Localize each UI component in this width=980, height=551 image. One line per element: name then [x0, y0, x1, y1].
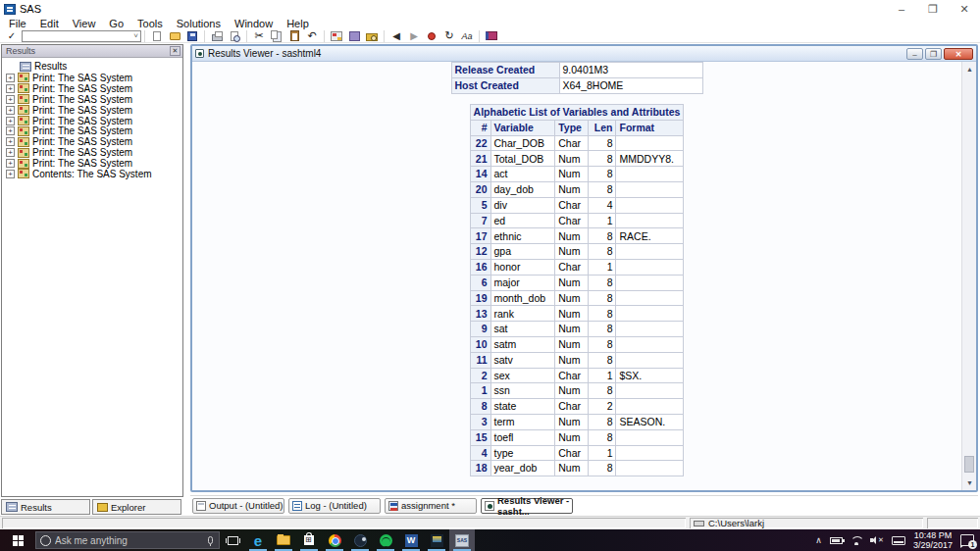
forward-icon[interactable]: ▶ — [405, 29, 423, 42]
taskbar-clock[interactable]: 10:48 PM 3/29/2017 — [913, 530, 953, 550]
menu-view[interactable]: View — [66, 18, 103, 29]
tree-item-print[interactable]: +Print: The SAS System — [6, 94, 182, 105]
battery-icon[interactable] — [830, 537, 843, 544]
tree-item-print[interactable]: +Print: The SAS System — [6, 158, 182, 169]
tree-item-print[interactable]: +Print: The SAS System — [6, 73, 182, 83]
close-button[interactable]: ✕ — [949, 0, 980, 18]
expand-icon[interactable]: + — [6, 159, 15, 168]
viewer-minimize-button[interactable]: – — [906, 48, 923, 60]
tree-item-print[interactable]: +Print: The SAS System — [6, 136, 182, 147]
minimize-button[interactable]: – — [886, 0, 917, 18]
refresh-icon[interactable]: ↻ — [440, 29, 458, 42]
variable-cell: major — [490, 275, 555, 290]
back-icon[interactable]: ◀ — [387, 29, 405, 42]
save-icon[interactable] — [183, 29, 201, 42]
notification-badge: 1 — [968, 540, 977, 549]
type-cell: Num — [555, 228, 589, 244]
wifi-icon[interactable] — [851, 536, 862, 545]
new-library-icon[interactable] — [328, 29, 345, 42]
copy-icon[interactable] — [268, 29, 285, 42]
row-number: 6 — [470, 275, 490, 290]
table-row: 22Char_DOBChar8 — [470, 135, 684, 151]
menu-file[interactable]: File — [2, 18, 33, 29]
volume-muted-icon[interactable]: ✕ — [870, 535, 884, 545]
working-directory[interactable]: C:\Users\larkj — [690, 518, 923, 528]
expand-icon[interactable]: + — [6, 137, 15, 146]
edge-icon: e — [251, 533, 266, 548]
help-book-icon[interactable] — [483, 29, 500, 42]
table-row: 10satmNum8 — [470, 336, 684, 352]
tree-item-print[interactable]: +Print: The SAS System — [6, 125, 182, 136]
dock-tab-results[interactable]: Results — [1, 499, 90, 515]
open-icon[interactable] — [166, 29, 183, 42]
scroll-up-icon[interactable]: ▲ — [962, 62, 977, 76]
taskbar-app-spotify[interactable] — [373, 529, 398, 551]
taskbar-app-store[interactable] — [296, 529, 322, 551]
table-row: 4typeChar1 — [470, 445, 684, 461]
viewer-restore-button[interactable]: ❐ — [925, 48, 942, 60]
tree-item-print[interactable]: +Print: The SAS System — [6, 147, 182, 158]
format-cell — [616, 244, 684, 260]
menu-go[interactable]: Go — [102, 18, 130, 29]
tree-item-contents[interactable]: +Contents: The SAS System — [6, 169, 182, 179]
touch-keyboard-icon[interactable] — [892, 536, 905, 545]
expand-icon[interactable]: + — [6, 106, 15, 115]
menu-window[interactable]: Window — [228, 18, 280, 29]
expand-icon[interactable]: + — [6, 117, 15, 125]
fonts-icon[interactable]: Aa — [458, 29, 476, 42]
menu-tools[interactable]: Tools — [130, 18, 170, 29]
window-tab-viewer[interactable]: Results Viewer - sasht... — [481, 498, 573, 514]
tray-expand-icon[interactable]: ∧ — [815, 535, 822, 545]
expand-icon[interactable]: + — [6, 126, 15, 135]
microphone-icon[interactable] — [208, 536, 213, 544]
menu-edit[interactable]: Edit — [33, 18, 66, 29]
snapshot-icon[interactable] — [363, 29, 381, 42]
tree-root-results[interactable]: Results — [6, 61, 182, 72]
start-button[interactable] — [0, 529, 35, 551]
command-input[interactable]: ˅ — [22, 30, 141, 42]
scroll-down-icon[interactable]: ▼ — [962, 476, 977, 490]
chevron-down-icon[interactable]: ˅ — [133, 31, 140, 40]
paste-icon[interactable] — [285, 29, 303, 42]
viewer-close-button[interactable]: ✕ — [944, 48, 973, 60]
new-document-icon[interactable] — [148, 29, 166, 42]
taskbar-app-steam[interactable] — [347, 529, 373, 551]
expand-icon[interactable]: + — [6, 170, 15, 178]
action-center-icon[interactable]: 1 — [960, 534, 974, 546]
type-cell: Num — [555, 383, 589, 399]
restore-button[interactable]: ❐ — [917, 0, 949, 18]
expand-icon[interactable]: + — [6, 74, 15, 82]
tree-item-print[interactable]: +Print: The SAS System — [6, 105, 182, 116]
window-tab-assignment[interactable]: assignment * — [385, 498, 477, 514]
table-row: 19month_dobNum8 — [470, 290, 684, 306]
print-preview-icon[interactable] — [226, 29, 243, 42]
keys-icon[interactable] — [345, 29, 363, 42]
window-tab-log[interactable]: Log - (Untitled) — [288, 498, 381, 514]
viewer-scrollbar[interactable]: ▲ ▼ — [961, 62, 976, 490]
taskbar-app-edge[interactable]: e — [245, 529, 271, 551]
tree-item-print[interactable]: +Print: The SAS System — [6, 83, 182, 94]
taskbar-app-file-explorer[interactable] — [271, 529, 296, 551]
panel-close-icon[interactable]: ✕ — [170, 46, 181, 56]
taskbar-app-chrome[interactable] — [322, 529, 347, 551]
window-tab-output[interactable]: Output - (Untitled) — [192, 498, 284, 514]
menu-help[interactable]: Help — [280, 18, 316, 29]
scroll-thumb[interactable] — [964, 456, 974, 473]
undo-icon[interactable]: ↶ — [303, 29, 321, 42]
menu-solutions[interactable]: Solutions — [170, 18, 228, 29]
expand-icon[interactable]: + — [6, 148, 15, 157]
taskbar-app-word[interactable]: W — [398, 529, 424, 551]
cortana-search-box[interactable]: Ask me anything — [35, 531, 220, 549]
tree-item-print[interactable]: +Print: The SAS System — [6, 116, 182, 126]
len-cell: 1 — [589, 259, 616, 275]
viewer-title-bar[interactable]: Results Viewer - sashtml4 – ❐ ✕ — [192, 46, 976, 62]
taskbar-app-kindle[interactable] — [424, 529, 449, 551]
stop-icon[interactable] — [423, 29, 440, 42]
dock-tab-explorer[interactable]: Explorer — [92, 499, 181, 515]
expand-icon[interactable]: + — [6, 84, 15, 93]
taskbar-app-sas[interactable]: SAS — [449, 529, 475, 551]
task-view-button[interactable] — [220, 529, 245, 551]
cut-icon[interactable]: ✂ — [250, 29, 268, 42]
expand-icon[interactable]: + — [6, 95, 15, 104]
print-icon[interactable] — [208, 29, 226, 42]
